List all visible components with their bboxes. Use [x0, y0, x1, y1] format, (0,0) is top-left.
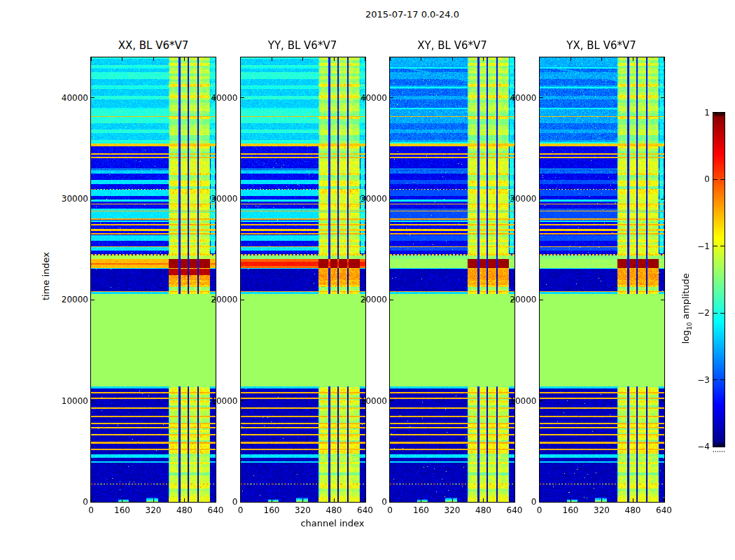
y-tick [390, 502, 393, 503]
plot-panel-yx [539, 57, 665, 503]
y-tick [390, 300, 393, 300]
x-tick-label: 160 [406, 505, 437, 516]
y-tick [540, 199, 543, 200]
plot-panel-xx [90, 57, 216, 503]
x-tick [514, 57, 515, 61]
x-axis-label: channel index [280, 518, 385, 528]
panel-title-xx: XX, BL V6*V7 [77, 39, 230, 52]
colorbar-tick [720, 113, 724, 113]
x-tick [452, 498, 453, 502]
colorbar-tick [713, 246, 718, 246]
y-tick [540, 300, 543, 300]
y-tick-label: 10000 [196, 396, 238, 407]
x-tick [240, 57, 241, 61]
y-tick-label: 40000 [46, 92, 88, 104]
colorbar-clip-dots [713, 451, 724, 452]
x-tick [452, 57, 453, 61]
y-tick-label: 0 [46, 496, 88, 507]
x-tick [334, 57, 335, 61]
y-tick [390, 199, 393, 200]
plot-panel-yy [240, 57, 366, 503]
colorbar-tick [713, 179, 718, 180]
y-tick-label: 10000 [345, 396, 387, 407]
figure-title: 2015-07-17 0.0-24.0 [307, 9, 517, 20]
x-tick [365, 57, 365, 61]
colorbar-gradient [713, 113, 724, 447]
y-tick [241, 199, 244, 200]
colorbar-tick-label: 1 [682, 107, 710, 118]
y-tick [540, 400, 543, 401]
y-tick-label: 0 [345, 496, 387, 507]
y-tick-label: 30000 [495, 193, 537, 204]
y-tick-label: 10000 [495, 396, 537, 407]
y-tick [91, 199, 94, 200]
colorbar-tick [720, 179, 724, 180]
colorbar-label-rest: amplitude [680, 273, 691, 322]
y-tick-label: 0 [196, 496, 238, 507]
plot-panel-xy [389, 57, 515, 503]
x-tick [216, 57, 216, 61]
x-tick [302, 498, 303, 502]
x-tick-label: 160 [256, 505, 287, 516]
x-tick [483, 498, 484, 502]
heatmap-xx [91, 57, 216, 502]
y-tick [241, 300, 244, 300]
x-tick [184, 57, 185, 61]
colorbar-label: log10 amplitude [680, 253, 693, 365]
x-tick [302, 57, 303, 61]
figure: 2015-07-17 0.0-24.0 XX, BL V6*V7 YY, BL … [0, 0, 735, 560]
x-tick [421, 498, 421, 502]
panel-title-yy: YY, BL V6*V7 [226, 39, 379, 52]
y-tick [540, 97, 543, 98]
y-tick-label: 20000 [345, 294, 387, 305]
x-tick [184, 498, 185, 502]
colorbar-label-sub: 10 [686, 322, 693, 330]
y-tick [91, 97, 94, 98]
x-tick [570, 57, 571, 61]
y-tick [540, 502, 543, 503]
y-tick [661, 97, 664, 98]
x-tick [539, 57, 540, 61]
x-tick-label: 640 [649, 505, 680, 516]
heatmap-yy [241, 57, 365, 502]
y-tick [241, 400, 244, 401]
colorbar-tick-label: −1 [682, 241, 710, 252]
x-tick [633, 498, 634, 502]
y-tick [91, 400, 94, 401]
y-tick-label: 0 [495, 496, 537, 507]
colorbar-tick [713, 447, 718, 447]
colorbar-tick [713, 313, 718, 314]
colorbar [713, 112, 725, 447]
colorbar-tick [720, 313, 724, 314]
x-tick-label: 160 [107, 505, 138, 516]
x-tick-label: 320 [437, 505, 468, 516]
colorbar-tick [720, 447, 724, 447]
y-tick [241, 97, 244, 98]
y-tick-label: 30000 [196, 193, 238, 204]
panel-title-yx: YX, BL V6*V7 [525, 39, 678, 52]
colorbar-tick [720, 246, 724, 246]
panel-title-xy: XY, BL V6*V7 [376, 39, 528, 52]
y-tick-label: 20000 [46, 294, 88, 305]
x-tick-label: 320 [288, 505, 318, 516]
x-tick [483, 57, 484, 61]
y-tick-label: 40000 [495, 92, 537, 104]
x-tick [272, 57, 272, 61]
x-tick [153, 498, 154, 502]
heatmap-yx [540, 57, 664, 502]
y-tick [390, 97, 393, 98]
colorbar-tick-label: −3 [682, 374, 710, 386]
colorbar-tick-label: 0 [682, 174, 710, 185]
x-tick-label: 320 [587, 505, 617, 516]
x-tick [122, 57, 122, 61]
y-tick-label: 20000 [196, 294, 238, 305]
y-tick-label: 40000 [345, 92, 387, 104]
x-tick [601, 57, 602, 61]
x-tick [601, 498, 602, 502]
x-tick-label: 320 [138, 505, 169, 516]
colorbar-label-prefix: log [680, 330, 691, 344]
x-tick [570, 498, 571, 502]
x-tick [390, 57, 391, 61]
x-tick-label: 480 [617, 505, 648, 516]
x-tick [122, 498, 122, 502]
